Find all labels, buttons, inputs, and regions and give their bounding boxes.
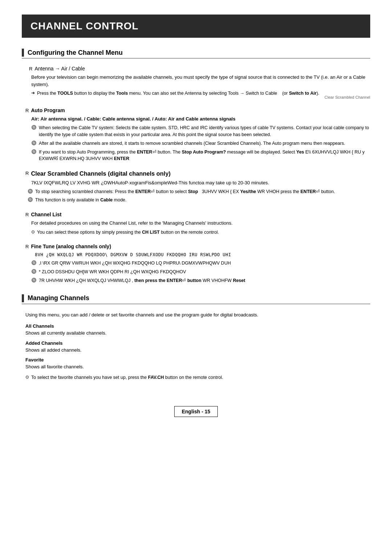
- fine-tune-note-text-3: 7R UHVHW WKH ¿QH WXQLQJ VHWWLQJ , then p…: [39, 277, 245, 284]
- antenna-label: Antenna → Air / Cable: [34, 66, 85, 71]
- managing-tip: ⊙ To select the favorite channels you ha…: [22, 374, 370, 381]
- channel-list-title-row: R Channel List: [25, 212, 370, 217]
- tip-icon-channel-list: ⊙: [31, 229, 35, 234]
- footer-badge: English - 15: [174, 406, 218, 417]
- channel-list-tip-text: You can select these options by simply p…: [37, 229, 219, 236]
- page-header: CHANNEL CONTROL: [22, 15, 370, 38]
- auto-program-note-1: 🔘 When selecting the Cable TV system: Se…: [25, 124, 370, 138]
- fine-tune-line-1: 8VH ¿QH WXQLQJ WR PDQXDOO\ DGMXVW D SDUW…: [25, 251, 370, 258]
- note-icon-3: 🔘: [31, 149, 37, 154]
- antenna-tip-text: Press the TOOLS button to display the To…: [37, 90, 319, 97]
- channel-list-tip: ⊙ You can select these options by simply…: [25, 229, 370, 236]
- note-icon-scrambled-2: 🔘: [28, 197, 33, 202]
- channel-list-subsection: R Channel List For detailed procedures o…: [22, 212, 370, 236]
- scrambled-title: Clear Scrambled Channels (digital channe…: [31, 170, 171, 177]
- scrambled-note-text-2: This function is only available in Cable…: [35, 197, 127, 204]
- auto-program-subsection: R Auto Program Air: Air antenna signal. …: [22, 107, 370, 162]
- antenna-subsection: R Antenna → Air / Cable Before your tele…: [22, 66, 370, 99]
- r-marker-scrambled: R: [25, 171, 29, 176]
- r-marker-auto: R: [25, 108, 29, 113]
- channel-type-all-name: All Channels: [25, 323, 370, 329]
- section2-title: Managing Channels: [28, 294, 89, 302]
- r-marker-antenna: R: [29, 66, 32, 71]
- note-icon-scrambled-1: 🔘: [28, 189, 33, 194]
- channel-type-all-desc: Shows all currently available channels.: [25, 330, 370, 337]
- note-icon-2: 🔘: [31, 140, 37, 146]
- auto-program-note-text-2: After all the available channels are sto…: [39, 140, 345, 147]
- tip-icon-antenna: ➔: [31, 90, 35, 95]
- fine-tune-note-1: 🔘 ,I \RX GR QRW VWRUH WKH ¿QH WXQHG FKDQ…: [25, 260, 370, 267]
- fine-tune-note-text-2: * ZLOO DSSHDU QH[W WR WKH QDPH RI ¿QH WX…: [39, 269, 186, 275]
- auto-program-title: Auto Program: [31, 107, 65, 113]
- auto-program-bold-note: Air: Air antenna signal. / Cable: Cable …: [25, 115, 370, 123]
- fine-tune-note-3: 🔘 7R UHVHW WKH ¿QH WXQLQJ VHWWLQJ , then…: [25, 277, 370, 284]
- fine-tune-title: Fine Tune (analog channels only): [31, 244, 111, 249]
- scrambled-note-text-1: To stop searching scrambled channels: Pr…: [35, 188, 335, 195]
- section2-bar: [22, 294, 24, 302]
- fine-tune-note-2: 🔘 * ZLOO DSSHDU QH[W WR WKH QDPH RI ¿QH …: [25, 269, 370, 275]
- note-icon-fine-1: 🔘: [31, 260, 37, 265]
- auto-program-note-text-3: If you want to stop Auto Programming, pr…: [39, 149, 370, 163]
- section1-title: Configuring the Channel Menu: [28, 49, 123, 57]
- section-bar: [22, 49, 24, 57]
- r-marker-fine-tune: R: [25, 244, 29, 249]
- auto-program-note-2: 🔘 After all the available channels are s…: [25, 140, 370, 147]
- scrambled-subsection: R Clear Scrambled Channels (digital chan…: [22, 170, 370, 204]
- fine-tune-title-row: R Fine Tune (analog channels only): [25, 244, 370, 249]
- channel-type-favorite-desc: Shows all favorite channels.: [25, 363, 370, 371]
- section1-header: Configuring the Channel Menu: [22, 49, 370, 58]
- note-icon-fine-2: 🔘: [31, 269, 37, 274]
- tip-icon-managing: ⊙: [25, 375, 29, 380]
- page-title: CHANNEL CONTROL: [30, 20, 362, 32]
- channel-type-favorite: Favorite Shows all favorite channels.: [22, 357, 370, 371]
- auto-program-note-text-1: When selecting the Cable TV system: Sele…: [39, 124, 370, 138]
- managing-section: Managing Channels Using this menu, you c…: [22, 294, 370, 381]
- auto-program-note-3: 🔘 If you want to stop Auto Programming, …: [25, 149, 370, 163]
- channel-list-title: Channel List: [31, 212, 61, 217]
- channel-type-favorite-name: Favorite: [25, 357, 370, 363]
- antenna-tip: ➔ Press the TOOLS button to display the …: [25, 90, 370, 97]
- auto-program-bold-text: Air: Air antenna signal. / Cable: Cable …: [31, 116, 236, 122]
- scrambled-title-row: R Clear Scrambled Channels (digital chan…: [22, 170, 370, 177]
- scrambled-note-1: 🔘 To stop searching scrambled channels: …: [22, 188, 370, 195]
- channel-type-added-desc: Shows all added channels.: [25, 347, 370, 354]
- managing-intro: Using this menu, you can add / delete or…: [22, 311, 370, 319]
- scrambled-body: 7KLV IXQFWLRQ LV XVHG WR ¿OWHAutoP·xogra…: [22, 179, 370, 187]
- managing-tip-text: To select the favorite channels you have…: [31, 374, 223, 381]
- channel-type-added-name: Added Channels: [25, 340, 370, 346]
- channel-list-body: For detailed procedures on using the Cha…: [25, 220, 370, 227]
- r-marker-channel-list: R: [25, 212, 29, 217]
- footer-label: English - 15: [182, 409, 211, 414]
- footer: English - 15: [22, 402, 370, 417]
- antenna-body: Before your television can begin memoriz…: [25, 74, 370, 88]
- auto-program-title-row: R Auto Program: [25, 107, 370, 113]
- fine-tune-note-text-1: ,I \RX GR QRW VWRUH WKH ¿QH WXQHG FKDQQH…: [39, 260, 231, 267]
- note-icon-fine-3: 🔘: [31, 278, 37, 283]
- channel-type-added: Added Channels Shows all added channels.: [22, 340, 370, 354]
- fine-tune-subsection: R Fine Tune (analog channels only) 8VH ¿…: [22, 244, 370, 284]
- channel-type-all: All Channels Shows all currently availab…: [22, 323, 370, 337]
- scrambled-note-2: 🔘 This function is only available in Cab…: [22, 197, 370, 204]
- antenna-title-line: R Antenna → Air / Cable: [25, 66, 370, 71]
- note-icon-1: 🔘: [31, 125, 37, 130]
- section2-header: Managing Channels: [22, 294, 370, 304]
